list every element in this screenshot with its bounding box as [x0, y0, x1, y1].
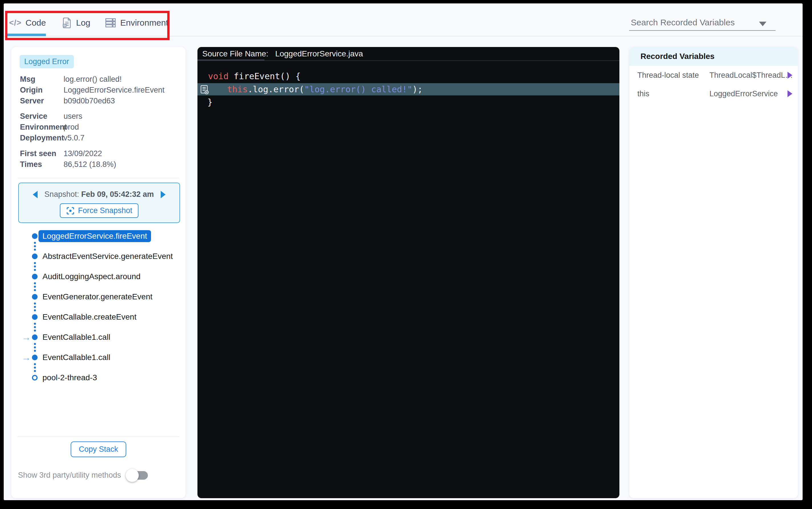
- stack-frame[interactable]: →EventCallable1.call: [11, 352, 185, 363]
- info-label: First seen: [20, 149, 64, 158]
- info-value: log.error() called!: [64, 75, 122, 84]
- stack-frame[interactable]: AbstractEventService.generateEvent: [11, 251, 185, 262]
- highlighted-code-line: this.log.error("log.error() called!");: [197, 83, 619, 95]
- stack-frame-label: EventCallable1.call: [42, 333, 110, 342]
- logged-error-badge: Logged Error: [20, 55, 74, 68]
- editor-header: Source File Name: LoggedErrorService.jav…: [197, 47, 619, 61]
- source-code-panel: Source File Name: LoggedErrorService.jav…: [197, 47, 619, 498]
- code-token: }: [207, 97, 212, 107]
- stack-node-dot: [32, 274, 38, 279]
- snapshot-timestamp: Snapshot: Feb 09, 05:42:32 am: [44, 190, 154, 199]
- app-window: </> Code Log Environment Search Recorded…: [4, 3, 803, 500]
- tree-connector: [34, 323, 185, 332]
- variable-name: Thread-local state: [637, 71, 699, 80]
- code-token: fireEvent() {: [229, 71, 301, 81]
- source-file-title: Source File Name: LoggedErrorService.jav…: [202, 49, 363, 58]
- expand-arrow-icon[interactable]: [787, 72, 792, 79]
- info-label: Times: [20, 160, 64, 169]
- snapshot-label: Snapshot:: [44, 190, 79, 199]
- tree-connector: [34, 242, 185, 251]
- stack-frame-label: AuditLoggingAspect.around: [42, 272, 140, 281]
- variable-value: ThreadLocal$ThreadL…: [709, 71, 793, 80]
- thread-node-dot: [32, 375, 38, 380]
- stack-node-dot: [32, 354, 38, 360]
- toggle-knob: [126, 469, 139, 482]
- info-value: 86,512 (18.8%): [64, 160, 116, 169]
- recorded-variables-title: Recorded Variables: [641, 52, 715, 61]
- string-token: "log.error() called!": [304, 84, 412, 94]
- code-token: .log.error(: [247, 84, 304, 94]
- previous-snapshot-arrow[interactable]: [33, 191, 38, 198]
- keyword-token: this: [227, 84, 247, 94]
- stack-frame-label: EventGenerator.generateEvent: [42, 292, 153, 301]
- info-row-first-seen: First seen13/09/2022: [20, 148, 185, 159]
- info-row-msg: Msglog.error() called!: [20, 74, 185, 84]
- tree-connector: [34, 343, 185, 352]
- snapshot-navigator: Snapshot: Feb 09, 05:42:32 am Force Snap…: [18, 182, 180, 223]
- recorded-variables-panel: Recorded Variables Thread-local state Th…: [630, 47, 798, 498]
- variable-row[interactable]: Thread-local state ThreadLocal$ThreadL…: [630, 70, 798, 80]
- copy-stack-button[interactable]: Copy Stack: [71, 441, 126, 457]
- search-recorded-variables-select[interactable]: Search Recorded Variables: [629, 15, 776, 31]
- stack-node-dot: [32, 233, 38, 239]
- info-value: 13/09/2022: [64, 149, 102, 158]
- info-label: Environment: [20, 123, 64, 132]
- stack-frame-label: EventCallable.createEvent: [42, 312, 136, 321]
- force-snapshot-label: Force Snapshot: [78, 206, 133, 215]
- code-token: );: [412, 84, 422, 94]
- info-row-times: Times86,512 (18.8%): [20, 159, 185, 170]
- stack-frame-label: EventCallable1.call: [42, 353, 110, 362]
- tree-connector: [34, 282, 185, 291]
- search-placeholder: Search Recorded Variables: [631, 18, 735, 27]
- info-label: Deployment: [20, 134, 64, 142]
- toggle-label: Show 3rd party/utility methods: [18, 471, 121, 480]
- info-value: prod: [64, 123, 79, 132]
- divider: [18, 436, 179, 437]
- error-details-panel: Logged Error Msglog.error() called! Orig…: [11, 47, 185, 498]
- stack-frame[interactable]: →EventCallable1.call: [11, 332, 185, 343]
- jump-arrow-icon: →: [22, 352, 30, 363]
- divider: [18, 178, 179, 178]
- info-row-server: Serverb09d0b70ed63: [20, 95, 185, 106]
- source-file-label: Source File Name:: [202, 49, 268, 58]
- code-line-2: this.log.error("log.error() called!");: [227, 83, 422, 95]
- info-row-deployment: Deploymentv5.0.7: [20, 132, 185, 143]
- stack-frame[interactable]: LoggedErrorService.fireEvent: [11, 231, 185, 242]
- tree-connector: [34, 363, 185, 372]
- stack-frame[interactable]: EventCallable.createEvent: [11, 311, 185, 323]
- stack-node-dot: [32, 334, 38, 340]
- stack-frame-label: LoggedErrorService.fireEvent: [38, 230, 151, 242]
- tree-connector: [34, 262, 185, 271]
- info-label: Service: [20, 112, 64, 121]
- code-line-1: void fireEvent() {: [208, 70, 301, 82]
- info-row-origin: OriginLoggedErrorService.fireEvent: [20, 84, 185, 95]
- expand-arrow-icon[interactable]: [787, 90, 792, 97]
- info-label: Server: [20, 97, 64, 105]
- thread-label: pool-2-thread-3: [42, 373, 97, 382]
- snapshot-time-value: Feb 09, 05:42:32 am: [81, 190, 154, 199]
- variable-name: this: [637, 90, 649, 98]
- stack-node-dot: [32, 314, 38, 320]
- force-snapshot-button[interactable]: Force Snapshot: [60, 203, 139, 218]
- stack-frame-label: AbstractEventService.generateEvent: [42, 252, 173, 261]
- info-label: Msg: [20, 75, 64, 84]
- stack-frame[interactable]: AuditLoggingAspect.around: [11, 271, 185, 282]
- info-value: LoggedErrorService.fireEvent: [64, 86, 164, 95]
- third-party-toggle-switch[interactable]: [128, 471, 148, 480]
- tree-connector: [34, 303, 185, 311]
- source-file-name: LoggedErrorService.java: [275, 49, 363, 58]
- variable-row[interactable]: this LoggedErrorService: [630, 88, 798, 99]
- error-info-list: Msglog.error() called! OriginLoggedError…: [11, 74, 185, 170]
- next-snapshot-arrow[interactable]: [161, 191, 166, 198]
- snapshot-gutter-icon[interactable]: [200, 84, 209, 95]
- variable-value: LoggedErrorService: [709, 90, 778, 98]
- stack-frame[interactable]: EventGenerator.generateEvent: [11, 291, 185, 303]
- editor-header-divider: [197, 60, 619, 61]
- code-line-3: }: [207, 96, 212, 108]
- keyword-token: void: [208, 71, 229, 81]
- info-value: v5.0.7: [64, 134, 84, 142]
- info-value: users: [64, 112, 82, 121]
- info-label: Origin: [20, 86, 64, 95]
- stack-node-dot: [32, 294, 38, 300]
- stack-frame-thread[interactable]: pool-2-thread-3: [11, 372, 185, 383]
